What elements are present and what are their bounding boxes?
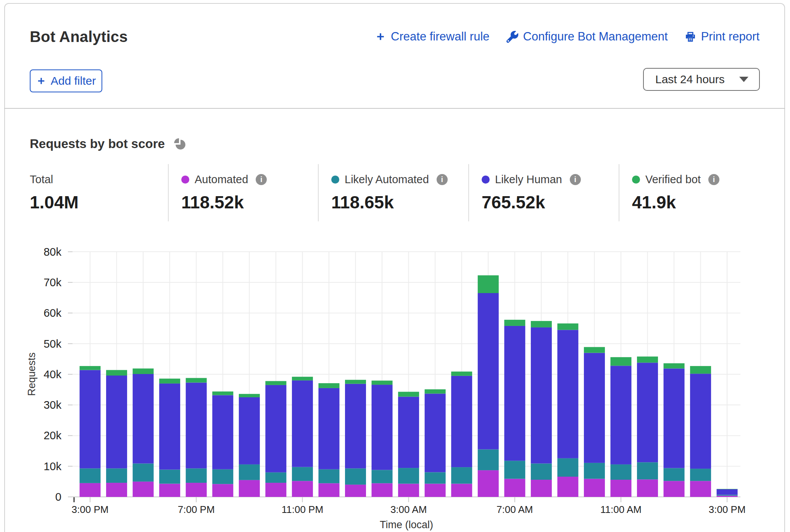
section-title: Requests by bot score [30,137,165,151]
y-tick-label: 0 [55,491,61,503]
bar-segment-likely-human [584,353,605,463]
bar-segment-likely-human [557,330,578,458]
bar-segment-likely-automated [318,469,339,484]
stat-verified-bot-label: Verified bot [645,173,701,186]
bar-segment-automated [239,480,260,497]
bar-segment-automated [451,484,472,497]
bar-segment-automated [292,481,313,497]
bar-segment-verified-bot [133,369,154,374]
print-report-label: Print report [701,30,759,44]
x-tick-label: 7:00 AM [497,504,533,515]
bar-segment-likely-automated [611,464,632,480]
bar-segment-automated [664,481,685,497]
x-tick-label: 3:00 PM [72,504,109,515]
bar-segment-likely-human [292,380,313,467]
stat-divider [318,164,319,221]
stat-verified-bot-value: 41.9k [632,192,719,213]
bar-segment-likely-human [717,489,738,495]
bar-segment-automated [478,470,499,497]
bar-segment-automated [186,483,207,497]
bar-segment-automated [106,483,127,497]
print-report-link[interactable]: Print report [685,30,759,44]
bar-segment-automated [690,481,711,497]
bar-segment-automated [717,496,738,497]
info-icon[interactable]: i [570,174,581,185]
stat-verified-bot: Verified bot i 41.9k [632,167,719,213]
section-title-row: Requests by bot score [30,137,186,151]
bar-segment-verified-bot [557,324,578,330]
bar-segment-likely-human [398,397,419,468]
bar-segment-verified-bot [106,370,127,376]
bar-segment-likely-automated [557,458,578,477]
y-tick-label: 50k [44,338,61,350]
add-filter-button[interactable]: Add filter [30,69,102,92]
time-range-select[interactable]: Last 24 hours [643,68,760,91]
configure-bot-management-link[interactable]: Configure Bot Management [506,30,668,44]
bar-segment-likely-human [637,363,658,462]
bar-segment-likely-automated [133,463,154,481]
bar-segment-likely-automated [292,467,313,481]
bar-segment-automated [372,483,393,497]
stat-likely-human: Likely Human i 765.52k [482,167,581,213]
info-icon[interactable]: i [708,174,719,185]
y-tick-label: 10k [44,460,61,472]
bar-segment-likely-automated [584,463,605,479]
bar-segment-verified-bot [159,379,180,384]
header-actions: Create firewall rule Configure Bot Manag… [375,30,759,44]
bar-segment-likely-human [425,393,446,472]
bar-segment-automated [584,479,605,497]
pie-chart-icon [173,137,186,150]
bar-segment-likely-human [531,327,552,464]
y-tick-label: 70k [44,276,61,289]
bar-segment-likely-human [611,366,632,464]
automated-dot-icon [181,176,189,184]
bar-segment-likely-human [212,395,233,469]
bar-segment-verified-bot [186,378,207,382]
x-tick-label: 3:00 PM [709,504,746,515]
bar-segment-automated [265,483,286,497]
bar-segment-automated [345,485,366,497]
wrench-icon [506,31,518,43]
likely-human-dot-icon [482,176,490,184]
stat-likely-automated-label: Likely Automated [345,173,429,186]
info-icon[interactable]: i [437,174,448,185]
bar-segment-likely-human [265,385,286,472]
bar-segment-verified-bot [265,381,286,385]
bar-segment-likely-human [372,385,393,470]
bar-segment-verified-bot [504,320,525,326]
bar-segment-automated [398,484,419,497]
bar-segment-verified-bot [531,321,552,327]
x-tick-label: 7:00 PM [178,504,215,515]
page-title: Bot Analytics [30,28,128,45]
bar-segment-likely-automated [80,468,101,483]
bar-segment-likely-automated [664,468,685,481]
y-tick-label: 30k [44,399,61,411]
bar-segment-verified-bot [717,489,738,489]
stat-automated: Automated i 118.52k [181,167,267,213]
bar-segment-automated [531,480,552,497]
x-tick-label: 11:00 AM [600,504,642,515]
plus-icon [375,31,386,42]
create-firewall-rule-label: Create firewall rule [391,30,489,44]
bar-segment-likely-automated [106,468,127,483]
stat-likely-human-value: 765.52k [482,192,581,213]
bar-segment-automated [80,483,101,497]
bar-segment-likely-automated [451,467,472,484]
bar-segment-verified-bot [345,380,366,384]
create-firewall-rule-link[interactable]: Create firewall rule [375,30,489,44]
bar-segment-likely-automated [690,469,711,481]
bar-segment-verified-bot [584,347,605,353]
bar-segment-likely-automated [478,450,499,471]
stat-likely-automated: Likely Automated i 118.65k [331,167,448,213]
y-axis-title: Requests [26,352,37,396]
bar-segment-likely-human [690,374,711,469]
header-divider [4,108,785,109]
bar-segment-likely-automated [212,469,233,484]
bar-segment-automated [637,479,658,497]
stat-automated-value: 118.52k [181,192,267,213]
bar-segment-likely-human [159,384,180,470]
stats-row: Total 1.04M Automated i 118.52k Likely A… [0,167,790,224]
info-icon[interactable]: i [256,174,267,185]
x-tick-label: 3:00 AM [390,504,427,515]
requests-by-bot-score-chart: 010k20k30k40k50k60k70k80k3:00 PM7:00 PM1… [0,229,790,532]
